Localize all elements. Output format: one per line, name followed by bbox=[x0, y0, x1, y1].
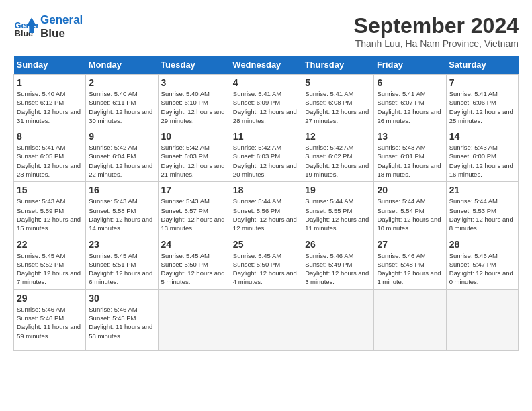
day-detail: Sunrise: 5:45 AMSunset: 5:50 PMDaylight:… bbox=[161, 252, 225, 286]
day-number: 13 bbox=[377, 131, 443, 142]
day-number: 30 bbox=[89, 293, 154, 304]
day-detail: Sunrise: 5:43 AMSunset: 6:01 PMDaylight:… bbox=[377, 144, 441, 178]
day-detail: Sunrise: 5:40 AMSunset: 6:10 PMDaylight:… bbox=[161, 90, 225, 124]
calendar-cell: 16 Sunrise: 5:43 AMSunset: 5:58 PMDaylig… bbox=[86, 182, 158, 236]
day-detail: Sunrise: 5:42 AMSunset: 6:03 PMDaylight:… bbox=[233, 144, 297, 178]
calendar-cell: 2 Sunrise: 5:40 AMSunset: 6:11 PMDayligh… bbox=[86, 75, 158, 128]
day-detail: Sunrise: 5:41 AMSunset: 6:09 PMDaylight:… bbox=[233, 90, 297, 124]
calendar-cell bbox=[302, 289, 374, 350]
title-area: September 2024 Thanh Luu, Ha Nam Provinc… bbox=[354, 13, 519, 49]
day-detail: Sunrise: 5:42 AMSunset: 6:03 PMDaylight:… bbox=[161, 144, 225, 178]
calendar-cell bbox=[446, 289, 518, 350]
day-number: 8 bbox=[17, 131, 83, 142]
day-detail: Sunrise: 5:43 AMSunset: 5:58 PMDaylight:… bbox=[89, 197, 152, 232]
calendar-cell: 25 Sunrise: 5:45 AMSunset: 5:50 PMDaylig… bbox=[230, 236, 302, 289]
day-number: 20 bbox=[377, 185, 443, 195]
calendar-day-header: Sunday bbox=[14, 56, 86, 75]
day-number: 21 bbox=[449, 185, 515, 195]
day-number: 18 bbox=[233, 185, 299, 195]
calendar-cell: 23 Sunrise: 5:45 AMSunset: 5:51 PMDaylig… bbox=[86, 236, 158, 289]
calendar-cell: 28 Sunrise: 5:46 AMSunset: 5:47 PMDaylig… bbox=[446, 236, 518, 289]
location-title: Thanh Luu, Ha Nam Province, Vietnam bbox=[354, 38, 519, 49]
calendar-week-row: 15 Sunrise: 5:43 AMSunset: 5:59 PMDaylig… bbox=[14, 182, 519, 236]
day-number: 3 bbox=[161, 77, 227, 88]
calendar-cell: 10 Sunrise: 5:42 AMSunset: 6:03 PMDaylig… bbox=[158, 128, 230, 182]
calendar-cell: 12 Sunrise: 5:42 AMSunset: 6:02 PMDaylig… bbox=[302, 128, 374, 182]
day-detail: Sunrise: 5:41 AMSunset: 6:08 PMDaylight:… bbox=[305, 90, 369, 124]
day-number: 29 bbox=[17, 293, 83, 304]
day-number: 4 bbox=[233, 77, 299, 88]
calendar-cell: 1 Sunrise: 5:40 AMSunset: 6:12 PMDayligh… bbox=[14, 75, 86, 128]
day-detail: Sunrise: 5:46 AMSunset: 5:47 PMDaylight:… bbox=[449, 252, 513, 286]
day-number: 9 bbox=[89, 131, 154, 142]
calendar-day-header: Monday bbox=[86, 56, 158, 75]
day-number: 2 bbox=[89, 77, 154, 88]
day-detail: Sunrise: 5:43 AMSunset: 5:59 PMDaylight:… bbox=[17, 197, 81, 232]
day-number: 25 bbox=[233, 239, 299, 250]
day-number: 27 bbox=[377, 239, 443, 250]
day-number: 16 bbox=[89, 185, 154, 195]
calendar-cell: 4 Sunrise: 5:41 AMSunset: 6:09 PMDayligh… bbox=[230, 75, 302, 128]
calendar-day-header: Saturday bbox=[446, 56, 518, 75]
day-detail: Sunrise: 5:45 AMSunset: 5:50 PMDaylight:… bbox=[233, 252, 297, 286]
calendar-header-row: SundayMondayTuesdayWednesdayThursdayFrid… bbox=[14, 56, 519, 75]
calendar-day-header: Friday bbox=[374, 56, 446, 75]
calendar-cell: 26 Sunrise: 5:46 AMSunset: 5:49 PMDaylig… bbox=[302, 236, 374, 289]
day-number: 26 bbox=[305, 239, 371, 250]
calendar-cell bbox=[230, 289, 302, 350]
logo-line1: General bbox=[40, 13, 83, 27]
day-detail: Sunrise: 5:41 AMSunset: 6:06 PMDaylight:… bbox=[449, 90, 513, 124]
day-detail: Sunrise: 5:46 AMSunset: 5:46 PMDaylight:… bbox=[17, 306, 81, 340]
day-number: 5 bbox=[305, 77, 371, 88]
day-number: 22 bbox=[17, 239, 83, 250]
month-title: September 2024 bbox=[354, 13, 519, 38]
calendar-cell: 20 Sunrise: 5:44 AMSunset: 5:54 PMDaylig… bbox=[374, 182, 446, 236]
header: General Blue General Blue September 2024… bbox=[13, 13, 519, 49]
day-detail: Sunrise: 5:45 AMSunset: 5:51 PMDaylight:… bbox=[89, 252, 152, 286]
calendar-day-header: Wednesday bbox=[230, 56, 302, 75]
day-number: 17 bbox=[161, 185, 227, 195]
day-detail: Sunrise: 5:42 AMSunset: 6:02 PMDaylight:… bbox=[305, 144, 369, 178]
calendar-day-header: Tuesday bbox=[158, 56, 230, 75]
calendar-table: SundayMondayTuesdayWednesdayThursdayFrid… bbox=[13, 56, 519, 351]
calendar-cell: 30 Sunrise: 5:46 AMSunset: 5:45 PMDaylig… bbox=[86, 289, 158, 350]
day-number: 11 bbox=[233, 131, 299, 142]
calendar-cell: 13 Sunrise: 5:43 AMSunset: 6:01 PMDaylig… bbox=[374, 128, 446, 182]
day-detail: Sunrise: 5:46 AMSunset: 5:48 PMDaylight:… bbox=[377, 252, 441, 286]
day-number: 15 bbox=[17, 185, 83, 195]
calendar-day-header: Thursday bbox=[302, 56, 374, 75]
calendar-cell: 15 Sunrise: 5:43 AMSunset: 5:59 PMDaylig… bbox=[14, 182, 86, 236]
calendar-week-row: 29 Sunrise: 5:46 AMSunset: 5:46 PMDaylig… bbox=[14, 289, 519, 350]
day-detail: Sunrise: 5:44 AMSunset: 5:53 PMDaylight:… bbox=[449, 197, 513, 232]
day-detail: Sunrise: 5:41 AMSunset: 6:05 PMDaylight:… bbox=[17, 144, 81, 178]
calendar-cell: 5 Sunrise: 5:41 AMSunset: 6:08 PMDayligh… bbox=[302, 75, 374, 128]
day-detail: Sunrise: 5:44 AMSunset: 5:55 PMDaylight:… bbox=[305, 197, 369, 232]
calendar-cell: 3 Sunrise: 5:40 AMSunset: 6:10 PMDayligh… bbox=[158, 75, 230, 128]
calendar-week-row: 8 Sunrise: 5:41 AMSunset: 6:05 PMDayligh… bbox=[14, 128, 519, 182]
day-number: 23 bbox=[89, 239, 154, 250]
calendar-cell: 21 Sunrise: 5:44 AMSunset: 5:53 PMDaylig… bbox=[446, 182, 518, 236]
calendar-cell bbox=[158, 289, 230, 350]
calendar-cell: 22 Sunrise: 5:45 AMSunset: 5:52 PMDaylig… bbox=[14, 236, 86, 289]
calendar-cell: 18 Sunrise: 5:44 AMSunset: 5:56 PMDaylig… bbox=[230, 182, 302, 236]
calendar-week-row: 22 Sunrise: 5:45 AMSunset: 5:52 PMDaylig… bbox=[14, 236, 519, 289]
day-number: 7 bbox=[449, 77, 515, 88]
calendar-cell: 24 Sunrise: 5:45 AMSunset: 5:50 PMDaylig… bbox=[158, 236, 230, 289]
day-detail: Sunrise: 5:44 AMSunset: 5:54 PMDaylight:… bbox=[377, 197, 441, 232]
day-number: 19 bbox=[305, 185, 371, 195]
day-number: 6 bbox=[377, 77, 443, 88]
calendar-cell: 9 Sunrise: 5:42 AMSunset: 6:04 PMDayligh… bbox=[86, 128, 158, 182]
logo-line2: Blue bbox=[40, 27, 83, 40]
day-detail: Sunrise: 5:40 AMSunset: 6:11 PMDaylight:… bbox=[89, 90, 152, 124]
calendar-cell: 7 Sunrise: 5:41 AMSunset: 6:06 PMDayligh… bbox=[446, 75, 518, 128]
calendar-cell: 8 Sunrise: 5:41 AMSunset: 6:05 PMDayligh… bbox=[14, 128, 86, 182]
calendar-cell: 14 Sunrise: 5:43 AMSunset: 6:00 PMDaylig… bbox=[446, 128, 518, 182]
day-number: 24 bbox=[161, 239, 227, 250]
day-detail: Sunrise: 5:42 AMSunset: 6:04 PMDaylight:… bbox=[89, 144, 152, 178]
calendar-cell: 29 Sunrise: 5:46 AMSunset: 5:46 PMDaylig… bbox=[14, 289, 86, 350]
day-number: 10 bbox=[161, 131, 227, 142]
day-number: 1 bbox=[17, 77, 83, 88]
calendar-cell: 27 Sunrise: 5:46 AMSunset: 5:48 PMDaylig… bbox=[374, 236, 446, 289]
day-number: 14 bbox=[449, 131, 515, 142]
day-detail: Sunrise: 5:40 AMSunset: 6:12 PMDaylight:… bbox=[17, 90, 81, 124]
